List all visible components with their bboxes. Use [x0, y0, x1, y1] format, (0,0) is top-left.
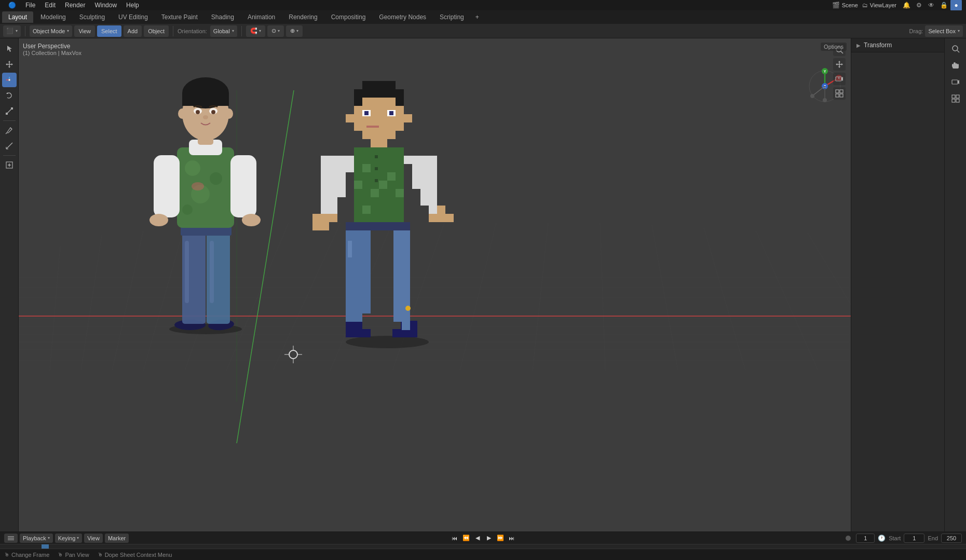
svg-rect-256 — [420, 172, 429, 181]
object-mode-dropdown[interactable]: Object Mode ▾ — [30, 25, 72, 37]
marker-menu-btn[interactable]: Marker — [105, 534, 129, 543]
blender-logo[interactable]: 🔵 — [4, 1, 20, 10]
separator-3 — [241, 26, 242, 36]
view-menu-btn-tl[interactable]: View — [84, 534, 103, 543]
add-workspace-tab[interactable]: + — [471, 11, 483, 23]
tab-scripting[interactable]: Scripting — [433, 11, 470, 23]
lock-icon[interactable]: 🔒 — [938, 0, 949, 11]
menu-render[interactable]: Render — [61, 1, 89, 10]
svg-rect-150 — [346, 222, 354, 230]
eye-icon[interactable]: 👁 — [926, 0, 937, 11]
playback-menu-btn[interactable]: Playback ▾ — [20, 534, 53, 543]
jump-start-btn[interactable]: ⏮ — [450, 533, 460, 543]
proportional-btn[interactable]: ⊙ ▾ — [267, 25, 284, 37]
timeline-editor-icon[interactable] — [4, 534, 18, 543]
svg-rect-205 — [396, 206, 404, 214]
keying-menu-btn[interactable]: Keying ▾ — [55, 534, 83, 543]
tab-sculpting[interactable]: Sculpting — [73, 11, 111, 23]
scale-tool[interactable] — [2, 104, 17, 118]
svg-rect-105 — [354, 264, 362, 272]
svg-line-46 — [704, 228, 745, 371]
camera-btn[interactable] — [833, 73, 846, 85]
viewport-options-btn[interactable]: Options — [821, 43, 847, 51]
viewport[interactable]: User Perspective (1) Collection | MaxVox… — [19, 38, 851, 531]
menu-help[interactable]: Help — [122, 1, 143, 10]
tab-compositing[interactable]: Compositing — [325, 11, 372, 23]
measure-tool[interactable] — [2, 139, 17, 153]
hand-icon[interactable] — [948, 58, 963, 73]
svg-rect-297 — [387, 131, 396, 139]
svg-rect-160 — [371, 147, 379, 156]
svg-rect-224 — [337, 156, 346, 164]
current-frame-input[interactable] — [856, 534, 875, 543]
tab-shading[interactable]: Shading — [205, 11, 240, 23]
tab-animation[interactable]: Animation — [241, 11, 281, 23]
svg-rect-147 — [393, 313, 402, 322]
orientation-dropdown[interactable]: Global ▾ — [210, 25, 237, 37]
settings-icon[interactable]: ⚙ — [913, 0, 924, 11]
end-frame-input[interactable] — [941, 534, 962, 543]
svg-rect-268 — [445, 214, 454, 222]
camera-icon[interactable] — [948, 75, 963, 89]
svg-rect-244 — [321, 214, 329, 222]
notification-icon[interactable]: 🔔 — [901, 0, 912, 11]
move-tool[interactable] — [2, 57, 17, 72]
select-box-dropdown[interactable]: Select Box ▾ — [925, 25, 963, 37]
object-menu-btn[interactable]: Object — [144, 25, 169, 37]
cursor-tool[interactable] — [2, 42, 17, 56]
snap-btn[interactable]: 🧲 ▾ — [246, 25, 265, 37]
transform-header[interactable]: ▶ Transform — [851, 38, 944, 52]
svg-rect-287 — [379, 114, 387, 122]
play-btn[interactable]: ▶ — [484, 533, 494, 543]
svg-rect-118 — [354, 297, 362, 305]
pivot-btn[interactable]: ⊕ ▾ — [286, 25, 303, 37]
editor-type-dropdown[interactable]: ⬛ ▾ — [3, 25, 21, 37]
play-reverse-btn[interactable]: ◀ — [472, 533, 483, 543]
rendered-icon[interactable]: ● — [950, 0, 962, 11]
jump-end-btn[interactable]: ⏭ — [507, 533, 517, 543]
transform-tool[interactable] — [2, 73, 17, 87]
annotate-tool[interactable] — [2, 123, 17, 138]
menu-file[interactable]: File — [21, 1, 39, 10]
grid-icon[interactable] — [948, 91, 963, 106]
viewport-right-icons — [833, 44, 846, 100]
svg-rect-106 — [362, 255, 371, 264]
svg-rect-159 — [362, 147, 371, 156]
tab-uv-editing[interactable]: UV Editing — [112, 11, 154, 23]
render-icon: 🎬 — [832, 2, 840, 9]
add-primitive-tool[interactable] — [2, 158, 17, 172]
svg-text:Y: Y — [824, 70, 826, 73]
svg-rect-272 — [371, 139, 379, 147]
viewlayer-name: ViewLayer — [870, 2, 896, 8]
zoom-icon[interactable] — [948, 42, 963, 56]
add-menu-btn[interactable]: Add — [124, 25, 142, 37]
view-menu-btn[interactable]: View — [74, 25, 95, 37]
menu-edit[interactable]: Edit — [40, 1, 60, 10]
svg-rect-261 — [420, 189, 429, 197]
svg-point-70 — [242, 214, 261, 226]
object-mode-label: Object Mode — [33, 28, 65, 34]
tab-rendering[interactable]: Rendering — [282, 11, 323, 23]
svg-rect-235 — [337, 181, 346, 189]
tab-texture-paint[interactable]: Texture Paint — [155, 11, 204, 23]
select-menu-btn[interactable]: Select — [97, 25, 121, 37]
tab-layout[interactable]: Layout — [2, 11, 33, 23]
svg-rect-186 — [387, 181, 396, 189]
transform-panel: ▶ Transform — [851, 38, 944, 531]
start-frame-input[interactable] — [904, 534, 924, 543]
rotate-tool[interactable] — [2, 88, 17, 103]
svg-rect-230 — [321, 172, 329, 181]
svg-rect-219 — [375, 155, 378, 158]
menu-window[interactable]: Window — [90, 1, 121, 10]
prev-keyframe-btn[interactable]: ⏪ — [461, 533, 471, 543]
svg-rect-243 — [312, 214, 321, 222]
viewport-canvas[interactable]: User Perspective (1) Collection | MaxVox… — [19, 38, 851, 531]
pan-view-btn[interactable] — [833, 58, 846, 71]
svg-rect-173 — [379, 164, 387, 172]
svg-rect-298 — [362, 81, 371, 89]
grid-snap-btn[interactable] — [833, 87, 846, 100]
tab-geometry-nodes[interactable]: Geometry Nodes — [373, 11, 432, 23]
tab-modeling[interactable]: Modeling — [34, 11, 72, 23]
next-keyframe-btn[interactable]: ⏩ — [495, 533, 506, 543]
svg-rect-165 — [362, 156, 371, 164]
